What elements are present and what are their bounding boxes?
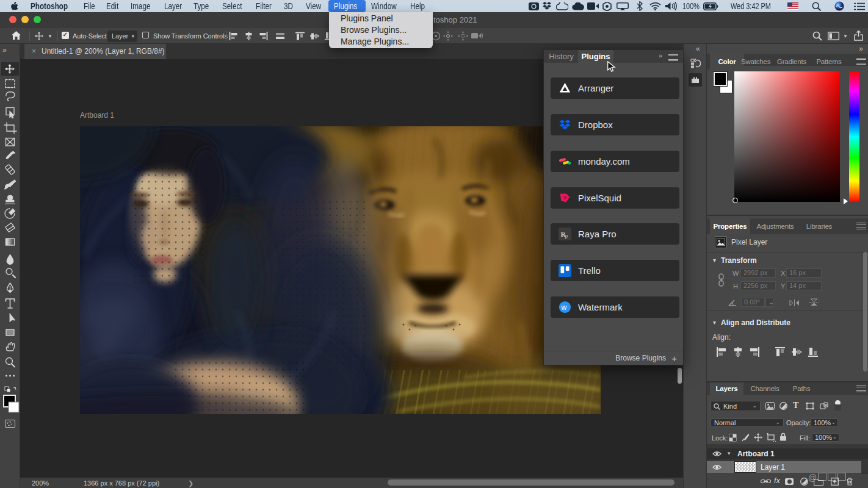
svg-text:p: p xyxy=(565,232,568,239)
svg-text:w: w xyxy=(561,303,567,312)
